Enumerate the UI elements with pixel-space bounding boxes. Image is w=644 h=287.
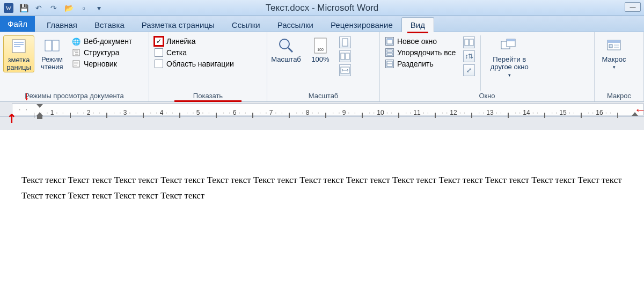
zoom-100-button[interactable]: 100 100%: [305, 35, 336, 63]
svg-text:W: W: [6, 5, 12, 11]
outline-button[interactable]: Структура: [70, 48, 134, 57]
split-icon: [385, 60, 394, 68]
checkbox-checked-icon: ✓: [155, 37, 163, 46]
tab-view-label: Вид: [411, 20, 425, 30]
web-layout-button[interactable]: 🌐 Веб-документ: [70, 36, 134, 46]
print-layout-button[interactable]: зметка раницы: [3, 35, 34, 72]
save-icon[interactable]: 💾: [18, 3, 29, 13]
print-layout-icon: [10, 37, 28, 55]
chevron-down-icon: ▾: [508, 72, 511, 78]
tab-references[interactable]: Ссылки: [223, 18, 269, 32]
one-page-button[interactable]: [339, 36, 351, 48]
new-window-button[interactable]: Новое окно: [383, 36, 458, 46]
gridlines-label: Сетка: [166, 48, 187, 57]
group-macros: Макрос ▾ Макрос: [595, 32, 644, 101]
navigation-pane-label: Область навигации: [166, 60, 234, 68]
draft-button[interactable]: Черновик: [70, 59, 134, 69]
annotation-arrow-left-icon: ←: [634, 103, 644, 117]
svg-line-17: [288, 48, 292, 52]
svg-rect-21: [341, 53, 345, 60]
svg-rect-7: [53, 40, 59, 51]
svg-text:100: 100: [317, 48, 324, 51]
svg-rect-6: [45, 40, 52, 51]
draft-label: Черновик: [84, 60, 117, 68]
svg-rect-31: [465, 39, 469, 46]
new-window-icon: [385, 37, 394, 46]
arrange-all-label: Упорядочить все: [397, 48, 456, 57]
navigation-pane-checkbox[interactable]: Область навигации: [152, 59, 236, 69]
word-icon: W: [3, 3, 14, 13]
view-side-by-side-button[interactable]: [463, 36, 475, 48]
ribbon: зметка раницы Режим чтения 🌐 Веб-докумен…: [0, 32, 644, 102]
two-pages-button[interactable]: [339, 50, 351, 62]
sync-scrolling-button[interactable]: ↕⇅: [463, 50, 475, 62]
reading-mode-icon: [43, 36, 61, 55]
arrange-all-button[interactable]: Упорядочить все: [383, 48, 458, 57]
macros-icon: [605, 36, 623, 55]
qat-more-icon[interactable]: ▾: [93, 3, 104, 13]
tab-file[interactable]: Файл: [0, 16, 35, 32]
page-width-button[interactable]: [339, 64, 351, 76]
title-bar: W 💾 ↶ ↷ 📂 ▫ ▾ Текст.docx - Microsoft Wor…: [0, 0, 644, 16]
split-label: Разделить: [397, 60, 434, 68]
reset-position-button[interactable]: ⤢: [463, 64, 475, 76]
page-100-icon: 100: [311, 36, 330, 55]
web-layout-label: Веб-документ: [84, 37, 132, 46]
svg-rect-5: [14, 46, 20, 47]
group-macros-label: Макрос: [598, 91, 640, 101]
group-window: Новое окно Упорядочить все Разделить: [380, 32, 595, 101]
ruler-label: Линейка: [166, 37, 196, 46]
group-zoom: Масштаб 100 100% Масштаб: [267, 32, 380, 101]
split-button[interactable]: Разделить: [383, 59, 458, 69]
svg-rect-22: [346, 53, 349, 60]
document-canvas[interactable]: Текст текст Текст текст Текст текст Текс…: [0, 130, 644, 215]
gridlines-checkbox[interactable]: Сетка: [152, 48, 236, 57]
svg-rect-20: [342, 39, 348, 46]
draft-icon: [72, 60, 80, 68]
zoom-extra: [339, 35, 351, 76]
magnifier-icon: [277, 36, 295, 55]
horizontal-ruler[interactable]: · 1 ·· 2 ·· 3 ·· 4 ·· 5 ·· 6 ·· 7 ·· 8 ·…: [12, 104, 644, 115]
checkbox-icon: [155, 48, 163, 57]
tab-insert[interactable]: Вставка: [86, 18, 133, 32]
tab-highlight: [407, 32, 428, 33]
chevron-down-icon: ▾: [613, 64, 616, 70]
separator: [480, 35, 481, 91]
macros-label: Макрос: [602, 56, 626, 63]
document-margin-top: [0, 117, 644, 130]
ribbon-tabs: Файл Главная Вставка Разметка страницы С…: [0, 16, 644, 32]
zoom-100-label: 100%: [311, 56, 329, 63]
minimize-button[interactable]: —: [625, 2, 641, 12]
tab-page-layout[interactable]: Разметка страницы: [133, 18, 223, 32]
reading-mode-button[interactable]: Режим чтения: [36, 35, 68, 71]
group-document-views: зметка раницы Режим чтения 🌐 Веб-докумен…: [0, 32, 149, 101]
window-extra: ↕⇅ ⤢: [460, 35, 475, 76]
switch-windows-button[interactable]: Перейти в другое окно ▾: [486, 35, 532, 78]
zoom-button[interactable]: Масштаб: [270, 35, 302, 63]
svg-rect-35: [507, 39, 515, 41]
group-window-label: Окно: [383, 91, 591, 101]
tab-mailings[interactable]: Рассылки: [269, 18, 322, 32]
zoom-label: Масштаб: [271, 56, 301, 63]
redo-icon[interactable]: ↷: [48, 3, 59, 13]
group-show: ✓ Линейка Сетка Область навигации Показа…: [149, 32, 267, 101]
tab-review[interactable]: Рецензирование: [322, 18, 401, 32]
new-icon[interactable]: ▫: [78, 3, 89, 13]
macros-button[interactable]: Макрос ▾: [598, 35, 630, 70]
web-layout-icon: 🌐: [72, 37, 80, 46]
undo-icon[interactable]: ↶: [33, 3, 44, 13]
tab-view[interactable]: Вид: [401, 17, 434, 32]
group-zoom-label: Масштаб: [270, 91, 376, 101]
svg-rect-3: [14, 42, 24, 43]
annotation-arrow-down-icon: ↓: [24, 89, 30, 103]
tab-home[interactable]: Главная: [38, 18, 86, 32]
body-text: Текст текст Текст текст Текст текст Текс…: [21, 175, 622, 201]
svg-rect-40: [614, 47, 619, 48]
open-icon[interactable]: 📂: [63, 3, 74, 13]
ruler-checkbox[interactable]: ✓ Линейка: [152, 36, 236, 46]
print-layout-label: зметка раницы: [6, 56, 31, 72]
outline-label: Структура: [84, 48, 119, 57]
svg-rect-38: [609, 45, 612, 48]
group-show-label: Показать: [152, 91, 264, 101]
window-controls: —: [625, 2, 641, 12]
